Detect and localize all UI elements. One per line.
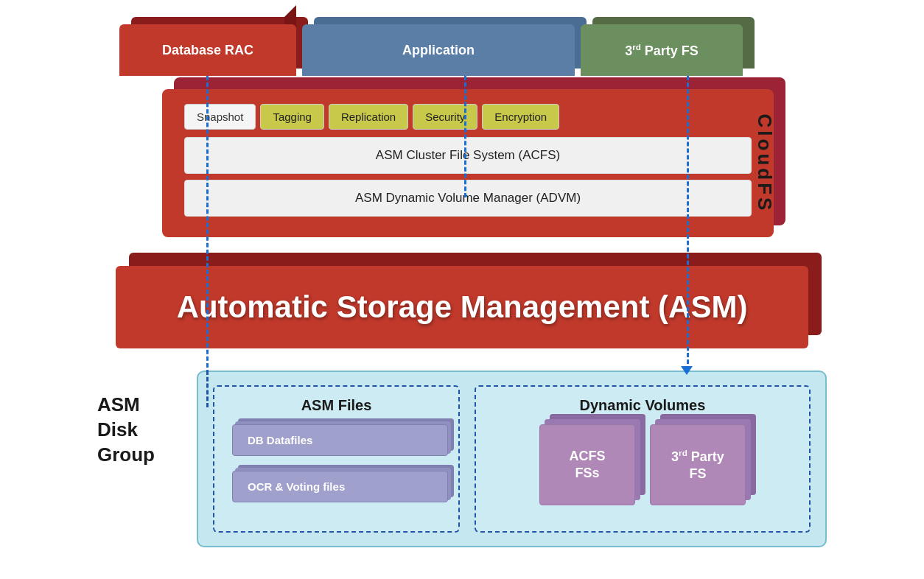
cloudfs-inner: Snapshot Tagging Replication Security En…	[162, 89, 774, 237]
asm-files-section: ASM Files DB Datafiles OCR & Voting file…	[213, 385, 460, 533]
dynamic-volumes-section: Dynamic Volumes ACFSFSs	[475, 385, 811, 533]
features-row: Snapshot Tagging Replication Security En…	[184, 104, 752, 130]
third-party-fs-card: 3rd PartyFS	[650, 424, 746, 505]
application-label: Application	[402, 43, 475, 58]
asm-block: Automatic Storage Management (ASM)	[116, 266, 808, 348]
snapshot-pill: Snapshot	[184, 104, 256, 130]
asm-disk-group-label: ASM Disk Group	[97, 371, 186, 467]
top-tier: Database RAC Application 3rd Party FS	[119, 17, 753, 69]
db-datafiles-card: DB Datafiles	[232, 424, 448, 456]
ocr-voting-card: OCR & Voting files	[232, 471, 448, 502]
volumes-grid: ACFSFSs 3rd PartyFS	[486, 424, 799, 505]
tagging-pill: Tagging	[260, 104, 324, 130]
advm-box: ASM Dynamic Volume Manager (ADVM)	[184, 180, 752, 217]
asm-files-title: ASM Files	[225, 397, 448, 414]
application-section: Application	[302, 17, 575, 69]
db-rac-label: Database RAC	[162, 43, 253, 58]
encryption-pill: Encryption	[482, 104, 559, 130]
third-party-fs-stack: 3rd PartyFS	[650, 424, 746, 505]
third-party-fs-label: 3rd PartyFS	[671, 447, 724, 483]
third-party-label: 3rd Party FS	[625, 42, 699, 59]
replication-pill: Replication	[329, 104, 408, 130]
ocr-voting-stack: OCR & Voting files	[232, 471, 448, 502]
asm-main: Automatic Storage Management (ASM)	[116, 266, 808, 348]
db-datafiles-stack: DB Datafiles	[232, 424, 448, 456]
main-layout: Database RAC Application 3rd Party FS	[75, 10, 849, 569]
third-party-box: 3rd Party FS	[581, 24, 743, 76]
db-rac-section: Database RAC	[119, 17, 296, 69]
security-pill: Security	[413, 104, 477, 130]
db-rac-box: Database RAC	[119, 24, 296, 76]
acfs-fss-stack: ACFSFSs	[539, 424, 635, 505]
asm-title: Automatic Storage Management (ASM)	[177, 290, 748, 324]
dotted-line-3	[687, 76, 689, 371]
dynamic-volumes-title: Dynamic Volumes	[486, 397, 799, 414]
application-box: Application	[302, 24, 575, 76]
cloudfs-label: CloudFS	[753, 113, 776, 213]
acfs-fss-label: ACFSFSs	[569, 448, 605, 482]
dotted-line-1	[206, 76, 209, 374]
third-party-section: 3rd Party FS	[581, 17, 743, 69]
acfs-box: ASM Cluster File System (ACFS)	[184, 137, 752, 174]
dotted-line-1-bottom	[206, 371, 209, 407]
disk-content: ASM Files DB Datafiles OCR & Voting file…	[197, 371, 827, 547]
diagram-container: Database RAC Application 3rd Party FS	[0, 0, 924, 579]
dotted-line-2	[464, 76, 466, 197]
acfs-fss-card: ACFSFSs	[539, 424, 635, 505]
arrow-down-3	[681, 366, 693, 375]
cloudfs-block: Snapshot Tagging Replication Security En…	[162, 89, 774, 237]
